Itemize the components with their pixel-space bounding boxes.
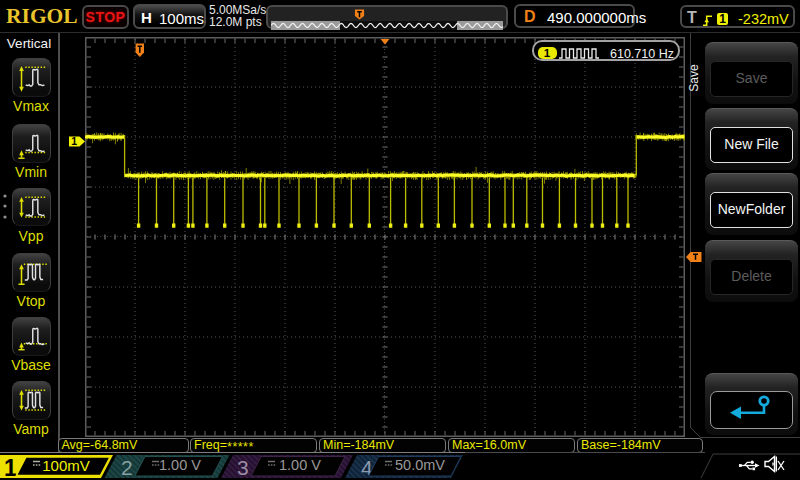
svg-text:1.00 V: 1.00 V [159, 457, 201, 473]
svg-text:50.0mV: 50.0mV [395, 457, 445, 473]
svg-text:1: 1 [4, 455, 17, 480]
svg-text:1.00 V: 1.00 V [279, 457, 321, 473]
svg-text:3: 3 [237, 456, 249, 479]
svg-text:100mV: 100mV [42, 457, 90, 474]
svg-text:1: 1 [71, 136, 77, 147]
svg-text:2: 2 [121, 456, 133, 479]
